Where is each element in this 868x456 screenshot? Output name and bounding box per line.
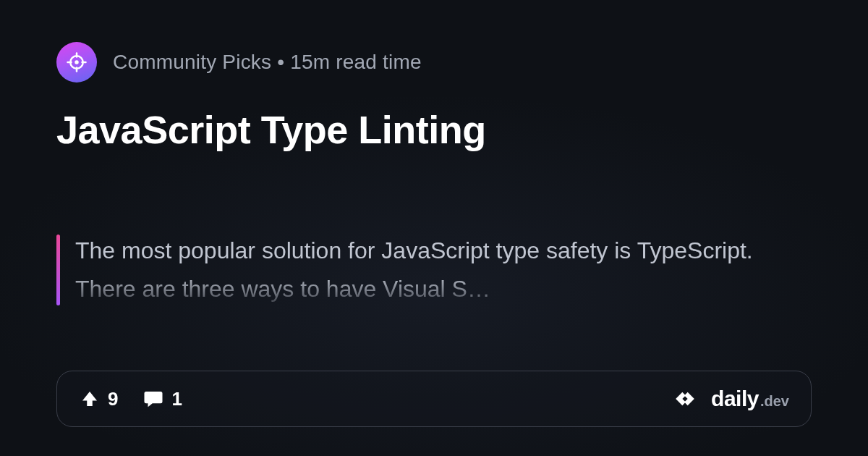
read-time: 15m read time [290, 51, 422, 73]
social-card: Community Picks • 15m read time JavaScri… [0, 0, 868, 456]
comment-icon [142, 388, 164, 410]
source-name: Community Picks [113, 51, 271, 73]
brand: daily.dev [669, 383, 789, 415]
brand-name: daily [711, 387, 759, 411]
comment-stat: 1 [142, 388, 182, 410]
article-excerpt: The most popular solution for JavaScript… [75, 232, 812, 308]
brand-text: daily.dev [711, 387, 789, 411]
crosshair-icon [66, 51, 88, 73]
brand-logo-icon [669, 383, 701, 415]
meta-row: Community Picks • 15m read time [56, 42, 812, 83]
svg-point-1 [76, 62, 78, 64]
accent-bar [56, 235, 60, 305]
meta-text: Community Picks • 15m read time [113, 51, 422, 74]
meta-separator: • [271, 51, 290, 73]
brand-tld: .dev [760, 393, 789, 410]
upvote-count: 9 [108, 388, 118, 410]
source-avatar [56, 42, 97, 83]
comment-count: 1 [171, 388, 182, 410]
upvote-stat: 9 [79, 388, 118, 410]
article-title: JavaScript Type Linting [56, 107, 812, 152]
excerpt-block: The most popular solution for JavaScript… [56, 232, 812, 308]
footer-bar: 9 1 daily.dev [56, 371, 812, 427]
upvote-icon [79, 388, 101, 410]
